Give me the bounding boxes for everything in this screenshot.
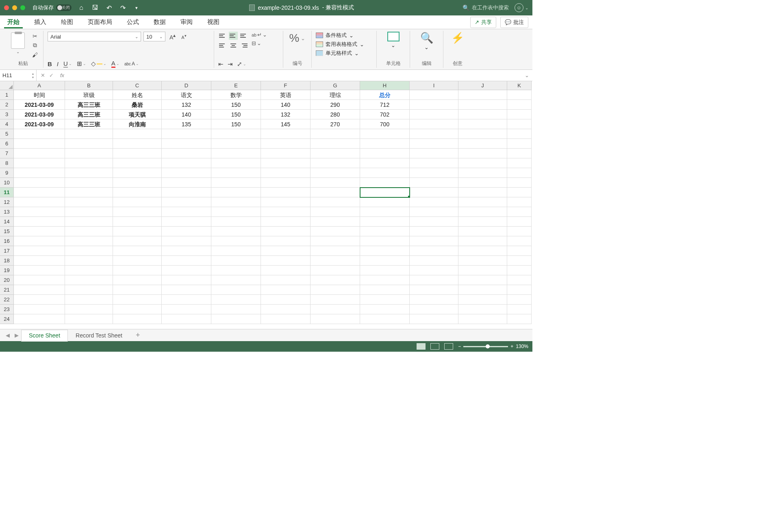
wrap-text-button[interactable]: ab↵ ⌄ xyxy=(252,32,267,38)
column-header-K[interactable]: K xyxy=(507,81,532,90)
cell-F18[interactable] xyxy=(261,256,311,266)
cell-A1[interactable]: 时间 xyxy=(14,90,65,100)
row-header-21[interactable]: 21 xyxy=(0,285,14,295)
cell-E11[interactable] xyxy=(211,188,261,197)
row-header-16[interactable]: 16 xyxy=(0,236,14,246)
cell-E14[interactable] xyxy=(211,217,261,227)
cell-I1[interactable] xyxy=(410,90,458,100)
fx-label[interactable]: fx xyxy=(58,72,67,78)
cell-I16[interactable] xyxy=(410,236,458,246)
cell-J22[interactable] xyxy=(458,295,507,305)
cell-H10[interactable] xyxy=(360,178,410,188)
cell-C22[interactable] xyxy=(113,295,162,305)
cell-H5[interactable] xyxy=(360,129,410,139)
cell-I14[interactable] xyxy=(410,217,458,227)
align-right-icon[interactable] xyxy=(239,41,248,50)
cell-C2[interactable]: 桑岩 xyxy=(113,100,162,110)
cell-J8[interactable] xyxy=(458,158,507,168)
row-header-9[interactable]: 9 xyxy=(0,168,14,178)
confirm-formula-icon[interactable]: ✓ xyxy=(49,72,54,78)
row-header-8[interactable]: 8 xyxy=(0,158,14,168)
cell-F11[interactable] xyxy=(261,188,311,197)
cell-B18[interactable] xyxy=(65,256,113,266)
cell-K12[interactable] xyxy=(507,197,532,207)
paste-dropdown-icon[interactable]: ⌄ xyxy=(16,50,20,54)
cell-D21[interactable] xyxy=(162,285,211,295)
cell-H21[interactable] xyxy=(360,285,410,295)
cell-G13[interactable] xyxy=(311,207,360,217)
align-center-icon[interactable] xyxy=(229,41,238,50)
cell-H2[interactable]: 712 xyxy=(360,100,410,110)
page-layout-view-icon[interactable] xyxy=(430,343,439,350)
cell-J9[interactable] xyxy=(458,168,507,178)
cell-J10[interactable] xyxy=(458,178,507,188)
cell-K8[interactable] xyxy=(507,158,532,168)
row-header-7[interactable]: 7 xyxy=(0,149,14,158)
column-header-H[interactable]: H xyxy=(360,81,410,90)
tab-数据[interactable]: 数据 xyxy=(150,16,169,28)
cell-A24[interactable] xyxy=(14,314,65,324)
underline-button[interactable]: U⌄ xyxy=(63,60,72,67)
cell-D9[interactable] xyxy=(162,168,211,178)
cell-J7[interactable] xyxy=(458,149,507,158)
cell-K18[interactable] xyxy=(507,256,532,266)
column-header-B[interactable]: B xyxy=(65,81,113,90)
cell-F4[interactable]: 145 xyxy=(261,119,311,129)
cell-A12[interactable] xyxy=(14,197,65,207)
cell-C8[interactable] xyxy=(113,158,162,168)
cell-H3[interactable]: 702 xyxy=(360,110,410,119)
cell-B2[interactable]: 高三三班 xyxy=(65,100,113,110)
cell-H4[interactable]: 700 xyxy=(360,119,410,129)
cell-K5[interactable] xyxy=(507,129,532,139)
cell-E1[interactable]: 数学 xyxy=(211,90,261,100)
cell-G22[interactable] xyxy=(311,295,360,305)
cell-D17[interactable] xyxy=(162,246,211,256)
cell-H7[interactable] xyxy=(360,149,410,158)
cell-A19[interactable] xyxy=(14,266,65,275)
row-header-10[interactable]: 10 xyxy=(0,178,14,188)
cell-K11[interactable] xyxy=(507,188,532,197)
cell-K20[interactable] xyxy=(507,275,532,285)
cell-K7[interactable] xyxy=(507,149,532,158)
cell-A23[interactable] xyxy=(14,305,65,314)
minimize-window-icon[interactable] xyxy=(12,5,17,10)
cell-K6[interactable] xyxy=(507,139,532,149)
cell-I18[interactable] xyxy=(410,256,458,266)
cell-D18[interactable] xyxy=(162,256,211,266)
cell-H19[interactable] xyxy=(360,266,410,275)
cell-E21[interactable] xyxy=(211,285,261,295)
cell-K22[interactable] xyxy=(507,295,532,305)
row-header-20[interactable]: 20 xyxy=(0,275,14,285)
cell-D11[interactable] xyxy=(162,188,211,197)
cell-G11[interactable] xyxy=(311,188,360,197)
row-header-12[interactable]: 12 xyxy=(0,197,14,207)
cell-A7[interactable] xyxy=(14,149,65,158)
cell-B6[interactable] xyxy=(65,139,113,149)
column-header-E[interactable]: E xyxy=(211,81,261,90)
cell-C24[interactable] xyxy=(113,314,162,324)
column-header-J[interactable]: J xyxy=(458,81,507,90)
cell-D15[interactable] xyxy=(162,227,211,236)
cell-C18[interactable] xyxy=(113,256,162,266)
cell-B20[interactable] xyxy=(65,275,113,285)
cell-B13[interactable] xyxy=(65,207,113,217)
cell-J20[interactable] xyxy=(458,275,507,285)
autosave-switch[interactable]: 关闭 xyxy=(56,4,72,11)
cell-K10[interactable] xyxy=(507,178,532,188)
conditional-formatting-button[interactable]: 条件格式⌄ xyxy=(316,32,372,39)
cell-J2[interactable] xyxy=(458,100,507,110)
row-header-15[interactable]: 15 xyxy=(0,227,14,236)
cell-H23[interactable] xyxy=(360,305,410,314)
cell-E24[interactable] xyxy=(211,314,261,324)
cell-E22[interactable] xyxy=(211,295,261,305)
cell-C20[interactable] xyxy=(113,275,162,285)
cell-A13[interactable] xyxy=(14,207,65,217)
cell-C1[interactable]: 姓名 xyxy=(113,90,162,100)
column-header-D[interactable]: D xyxy=(162,81,211,90)
cell-F8[interactable] xyxy=(261,158,311,168)
cell-F5[interactable] xyxy=(261,129,311,139)
cell-A15[interactable] xyxy=(14,227,65,236)
row-header-5[interactable]: 5 xyxy=(0,129,14,139)
add-sheet-button[interactable]: + xyxy=(130,331,146,340)
cell-F6[interactable] xyxy=(261,139,311,149)
